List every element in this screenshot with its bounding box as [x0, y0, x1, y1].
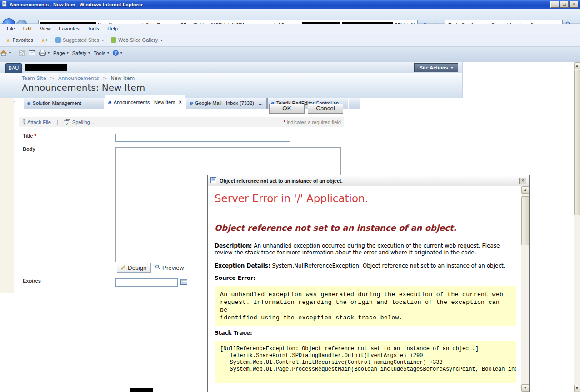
new-tab-stub[interactable]	[349, 97, 360, 109]
redaction-bar	[25, 64, 67, 71]
breadcrumb-separator: >	[50, 75, 54, 81]
scroll-down-icon[interactable]: ▼	[521, 384, 529, 392]
divider: |	[57, 119, 58, 125]
error-subheading: Object reference not set to an instance …	[215, 223, 516, 233]
title-bar: Announcements - New Item - Windows Inter…	[0, 0, 580, 9]
menu-edit[interactable]: Edit	[19, 25, 36, 33]
favorites-star-icon: ★	[5, 37, 11, 44]
menu-favorites[interactable]: Favorites	[55, 25, 83, 33]
redaction-bar	[130, 388, 153, 392]
error-description: Description: An unhandled exception occu…	[215, 243, 516, 256]
scroll-down-icon[interactable]: ▼	[574, 385, 580, 392]
chevron-down-icon: ▾	[9, 51, 11, 55]
expires-field-label: Expires	[23, 278, 41, 283]
add-to-favorites-button[interactable]: ★ +	[38, 35, 51, 45]
tab-close-icon[interactable]: ×	[179, 99, 182, 104]
tab-solution-management[interactable]: e Solution Management	[24, 97, 104, 109]
tab-bar: ▾ e Solution Management e Announcements …	[0, 47, 580, 62]
page-menu-button[interactable]: Page▾	[53, 50, 69, 56]
chevron-down-icon: ▾	[102, 38, 104, 42]
window-controls: _ □ ×	[550, 1, 578, 8]
home-button[interactable]: ▾	[0, 50, 11, 56]
tab-favicon: e	[27, 100, 30, 106]
preview-mode-button[interactable]: Preview	[151, 263, 187, 273]
scrollbar-thumb[interactable]	[521, 196, 529, 245]
date-picker-icon[interactable]	[179, 278, 189, 287]
print-button[interactable]: ▾	[39, 50, 50, 56]
dialog-title-bar[interactable]: Object reference not set to an instance …	[208, 175, 529, 186]
menu-help[interactable]: Help	[103, 25, 122, 33]
safety-menu-button[interactable]: Safety▾	[72, 50, 90, 56]
menu-bar: File Edit View Favorites Tools Help	[0, 24, 580, 34]
help-button[interactable]: ?▾	[113, 50, 122, 56]
maximize-button[interactable]: □	[560, 1, 569, 8]
tab-announcements-new-item[interactable]: e Announcements - New Item ×	[105, 95, 185, 109]
divider	[19, 131, 344, 131]
page-scrollbar[interactable]: ▲ ▼	[574, 62, 580, 392]
source-error-box: An unhandled exception was generated dur…	[215, 286, 516, 326]
stack-trace-box: [NullReferenceException: Object referenc…	[215, 341, 516, 383]
chevron-down-icon: ▾	[120, 51, 122, 55]
site-actions-button[interactable]: Site Actions ▾	[414, 63, 458, 72]
required-field-note: * indicates a required field	[283, 119, 341, 125]
dialog-close-button[interactable]: ×	[519, 178, 526, 184]
tab-favicon: e	[108, 99, 111, 105]
left-margin-strip	[0, 98, 14, 293]
favorites-button[interactable]: ★ Favorites	[3, 35, 36, 45]
site-tab-bau[interactable]: BAU	[5, 63, 22, 73]
close-button[interactable]: ×	[570, 1, 578, 8]
tab-google-mail[interactable]: e Google Mail - Inbox (7332) - ...	[186, 97, 267, 109]
suggested-sites-button[interactable]: Suggested Sites ▾	[53, 36, 106, 44]
asterisk-icon: *	[283, 119, 285, 125]
scroll-up-icon[interactable]: ▲	[574, 62, 580, 69]
menu-tools[interactable]: Tools	[84, 25, 104, 33]
breadcrumb-team-site[interactable]: Team Site	[22, 75, 46, 81]
chevron-down-icon: ▾	[107, 51, 109, 55]
dialog-title: Object reference not set to an instance …	[220, 178, 343, 184]
window-icon	[2, 1, 7, 8]
breadcrumb-separator: >	[103, 75, 107, 81]
suggested-sites-icon	[55, 37, 61, 43]
pencil-icon	[121, 264, 126, 271]
error-page-content: Server Error in '/' Application. Object …	[208, 186, 521, 392]
page-title: Announcements: New Item	[22, 82, 145, 93]
design-mode-button[interactable]: Design	[117, 263, 151, 273]
body-field-label: Body	[23, 146, 35, 152]
asterisk-icon: *	[34, 133, 36, 139]
page-title-banner: Team Site > Announcements > New Item Ann…	[0, 73, 463, 98]
browser-window: Announcements - New Item - Windows Inter…	[0, 0, 580, 392]
scroll-up-icon[interactable]: ▲	[521, 186, 529, 194]
title-input[interactable]	[115, 134, 290, 142]
minimize-button[interactable]: _	[550, 1, 559, 8]
favorites-bar: ★ Favorites ★ + Suggested Sites ▾ Web Sl…	[0, 34, 580, 47]
breadcrumb-announcements[interactable]: Announcements	[58, 75, 99, 81]
spelling-button[interactable]: ABC ✓ Spelling...	[64, 119, 94, 125]
feeds-button[interactable]	[19, 50, 25, 56]
cancel-button[interactable]: Cancel	[308, 104, 343, 114]
menu-view[interactable]: View	[36, 25, 55, 33]
form-toolbar: Attach File | ABC ✓ Spelling... * indica…	[19, 117, 344, 127]
menu-file[interactable]: File	[3, 25, 19, 33]
read-mail-button[interactable]	[29, 50, 35, 55]
breadcrumb: Team Site > Announcements > New Item	[22, 75, 135, 81]
error-heading: Server Error in '/' Application.	[215, 193, 516, 204]
chevron-down-icon: ▾	[67, 51, 69, 55]
sharepoint-top-band	[0, 62, 463, 73]
magnifier-icon	[155, 264, 160, 271]
breadcrumb-new-item: New Item	[111, 75, 135, 81]
dialog-scrollbar[interactable]: ▲ ▼	[521, 186, 529, 392]
divider	[217, 390, 509, 390]
web-slice-gallery-button[interactable]: Web Slice Gallery ▾	[108, 36, 165, 44]
ok-button[interactable]: OK	[269, 104, 305, 114]
source-error-label: Source Error:	[215, 275, 516, 282]
attach-file-button[interactable]: Attach File	[22, 119, 51, 126]
title-field-label: Title *	[23, 133, 36, 139]
plus-icon: +	[45, 38, 49, 42]
scrollbar-thumb[interactable]	[574, 70, 580, 215]
chevron-down-icon: ▾	[48, 51, 50, 55]
paperclip-icon	[22, 119, 26, 126]
chevron-down-icon: ▾	[451, 66, 453, 70]
tools-menu-button[interactable]: Tools▾	[94, 50, 109, 56]
spellcheck-icon: ABC ✓	[64, 119, 71, 125]
expires-input[interactable]	[115, 278, 178, 287]
